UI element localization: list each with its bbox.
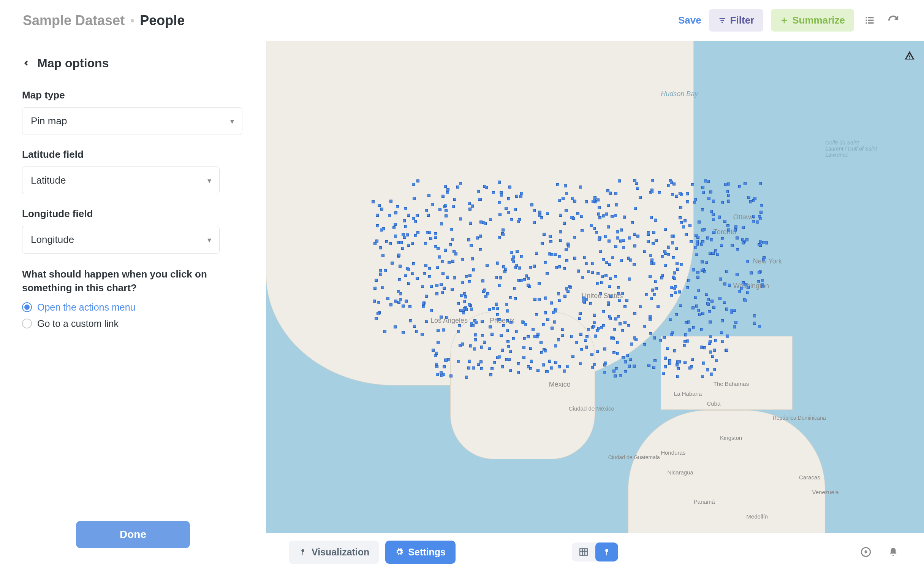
map-pin[interactable] [603, 347, 606, 351]
map-pin[interactable] [425, 209, 428, 212]
map-pin[interactable] [639, 305, 642, 308]
map-pin[interactable] [516, 250, 519, 253]
map-pin[interactable] [663, 336, 666, 339]
map-pin[interactable] [762, 258, 765, 261]
map-pin[interactable] [627, 324, 630, 327]
map-pin[interactable] [518, 218, 521, 221]
map-pin[interactable] [484, 295, 487, 298]
map-pin[interactable] [499, 276, 502, 279]
map-pin[interactable] [482, 290, 485, 293]
map-pin[interactable] [619, 322, 622, 325]
map-pin[interactable] [634, 207, 637, 210]
map-pin[interactable] [700, 328, 703, 331]
map-pin[interactable] [427, 214, 430, 217]
map-pin[interactable] [736, 273, 739, 276]
toggle-map-view[interactable] [595, 542, 618, 561]
map-pin[interactable] [500, 334, 503, 337]
map-pin[interactable] [435, 292, 438, 295]
map-pin[interactable] [486, 264, 489, 267]
map-pin[interactable] [437, 329, 440, 332]
map-pin[interactable] [669, 318, 672, 321]
map-pin[interactable] [727, 194, 730, 197]
map-pin[interactable] [517, 362, 520, 365]
map-pin[interactable] [475, 321, 478, 324]
map-pin[interactable] [520, 192, 523, 195]
map-pin[interactable] [523, 337, 526, 340]
map-pin[interactable] [596, 350, 599, 353]
map-pin[interactable] [715, 359, 718, 362]
map-pin[interactable] [625, 299, 628, 302]
map-pin[interactable] [615, 203, 618, 206]
map-pin[interactable] [620, 259, 623, 262]
map-pin[interactable] [756, 220, 759, 224]
map-pin[interactable] [407, 244, 410, 247]
editor-toggle-button[interactable] [862, 13, 878, 29]
map-pin[interactable] [565, 209, 568, 212]
map-pin[interactable] [582, 297, 585, 300]
map-pin[interactable] [405, 300, 408, 303]
map-pin[interactable] [550, 301, 553, 305]
map-pin[interactable] [705, 293, 708, 296]
map-pin[interactable] [453, 276, 456, 279]
map-pin[interactable] [757, 280, 760, 283]
map-pin[interactable] [673, 277, 676, 280]
map-pin[interactable] [563, 370, 566, 373]
map-pin[interactable] [457, 302, 460, 305]
map-pin[interactable] [758, 271, 761, 274]
map-pin[interactable] [659, 339, 662, 342]
map-pin[interactable] [496, 356, 499, 359]
map-pin[interactable] [724, 183, 727, 186]
map-pin[interactable] [495, 303, 498, 306]
map-pin[interactable] [710, 210, 713, 213]
map-pin[interactable] [599, 292, 602, 295]
map-pin[interactable] [471, 257, 474, 260]
map-pin[interactable] [685, 233, 688, 236]
map-pin[interactable] [467, 366, 470, 370]
map-pin[interactable] [490, 367, 494, 370]
map-pin[interactable] [515, 264, 518, 267]
map-pin[interactable] [744, 182, 747, 185]
map-pin[interactable] [498, 236, 501, 239]
map-pin[interactable] [394, 325, 397, 328]
map-pin[interactable] [667, 246, 670, 249]
map-pin[interactable] [723, 282, 726, 286]
map-pin[interactable] [690, 240, 693, 243]
map-pin[interactable] [441, 195, 445, 198]
map-pin[interactable] [616, 341, 619, 344]
map-pin[interactable] [742, 241, 745, 244]
map-pin[interactable] [687, 279, 690, 282]
map-pin[interactable] [538, 211, 541, 214]
map-pin[interactable] [650, 216, 653, 219]
map-pin[interactable] [761, 283, 764, 286]
map-pin[interactable] [725, 308, 728, 311]
map-pin[interactable] [422, 305, 425, 308]
map-pin[interactable] [633, 336, 636, 339]
map-pin[interactable] [628, 365, 631, 368]
map-pin[interactable] [584, 339, 587, 342]
map-pin[interactable] [596, 282, 599, 285]
map-pin[interactable] [595, 231, 598, 234]
map-pin[interactable] [412, 217, 415, 220]
map-pin[interactable] [605, 261, 608, 264]
map-pin[interactable] [736, 236, 739, 240]
map-pin[interactable] [518, 266, 521, 270]
map-pin[interactable] [474, 338, 477, 341]
map-pin[interactable] [578, 317, 581, 320]
map-pin[interactable] [651, 179, 654, 182]
map-pin[interactable] [609, 192, 612, 195]
map-pin[interactable] [624, 370, 627, 373]
map-pin[interactable] [376, 224, 379, 227]
map-pin[interactable] [650, 262, 653, 265]
map-pin[interactable] [550, 366, 553, 370]
map-pin[interactable] [386, 297, 389, 300]
map-pin[interactable] [445, 316, 448, 319]
map-pin[interactable] [680, 221, 683, 224]
map-pin[interactable] [394, 300, 397, 303]
map-pin[interactable] [512, 337, 515, 340]
map-pin[interactable] [470, 244, 473, 247]
map-pin[interactable] [684, 361, 687, 364]
map-pin[interactable] [652, 231, 655, 234]
map-pin[interactable] [708, 310, 711, 313]
map-pin[interactable] [628, 278, 631, 281]
map-pin[interactable] [600, 281, 603, 284]
